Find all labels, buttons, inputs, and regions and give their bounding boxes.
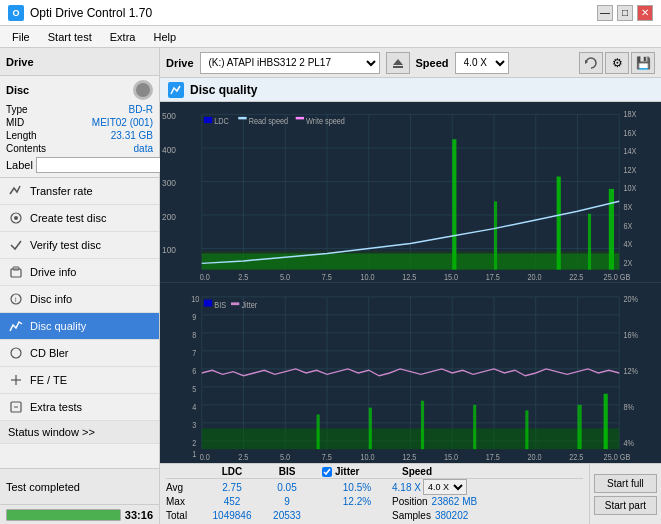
svg-text:300: 300	[162, 178, 176, 189]
speed-select[interactable]: 4.0 X	[423, 479, 467, 495]
start-part-button[interactable]: Start part	[594, 496, 657, 515]
speed-select[interactable]: 4.0 X	[455, 52, 509, 74]
max-ldc: 452	[202, 496, 262, 507]
svg-rect-67	[296, 117, 304, 119]
menu-extra[interactable]: Extra	[102, 29, 144, 45]
svg-text:6X: 6X	[623, 221, 633, 231]
settings-button[interactable]: ⚙	[605, 52, 629, 74]
drive-info-icon	[8, 264, 24, 280]
avg-bis: 0.05	[262, 482, 312, 493]
content-area: Drive (K:) ATAPI iHBS312 2 PL17 Speed 4.…	[160, 48, 661, 524]
app-title: Opti Drive Control 1.70	[30, 6, 152, 20]
sidebar-item-verify-test-disc[interactable]: Verify test disc	[0, 232, 159, 259]
svg-text:5: 5	[192, 383, 196, 394]
svg-text:8: 8	[192, 329, 196, 340]
sidebar-item-create-test-disc[interactable]: Create test disc	[0, 205, 159, 232]
col-bis-header: BIS	[262, 466, 312, 477]
svg-text:4: 4	[192, 401, 196, 412]
sidebar-item-extra-tests[interactable]: Extra tests	[0, 394, 159, 421]
samples-row: Samples 380202	[392, 510, 468, 521]
jitter-checkbox[interactable]	[322, 467, 332, 477]
position-label: Position	[392, 496, 428, 507]
save-button[interactable]: 💾	[631, 52, 655, 74]
titlebar: O Opti Drive Control 1.70 — □ ✕	[0, 0, 661, 26]
cd-bler-icon	[8, 345, 24, 361]
svg-text:18X: 18X	[623, 109, 637, 119]
svg-text:Write speed: Write speed	[306, 117, 345, 127]
sidebar-item-drive-info[interactable]: Drive info	[0, 259, 159, 286]
svg-text:12X: 12X	[623, 165, 637, 175]
main-layout: Drive Disc Type BD-R MID MEIT02 (001) Le…	[0, 48, 661, 524]
svg-text:8%: 8%	[623, 401, 634, 412]
fe-te-icon	[8, 372, 24, 388]
close-button[interactable]: ✕	[637, 5, 653, 21]
disc-contents-row: Contents data	[6, 143, 153, 154]
col-speed-label: Speed	[392, 466, 442, 477]
svg-text:20%: 20%	[623, 293, 638, 304]
sidebar-item-disc-info[interactable]: i Disc info	[0, 286, 159, 313]
chart1-svg: 500 400 300 200 100 18X 16X 14X 12X 10X …	[160, 102, 661, 282]
svg-rect-91	[317, 415, 320, 450]
svg-text:5.0: 5.0	[280, 272, 291, 282]
svg-text:25.0 GB: 25.0 GB	[604, 272, 631, 282]
total-label: Total	[166, 510, 202, 521]
minimize-button[interactable]: —	[597, 5, 613, 21]
svg-text:400: 400	[162, 144, 176, 155]
titlebar-left: O Opti Drive Control 1.70	[8, 5, 152, 21]
max-label: Max	[166, 496, 202, 507]
disc-info-icon: i	[8, 291, 24, 307]
menu-start-test[interactable]: Start test	[40, 29, 100, 45]
samples-label: Samples	[392, 510, 431, 521]
svg-text:25.0 GB: 25.0 GB	[604, 451, 631, 462]
svg-text:2.5: 2.5	[238, 451, 248, 462]
disc-icon	[133, 80, 153, 100]
svg-point-1	[14, 216, 18, 220]
status-window-item[interactable]: Status window >>	[0, 421, 159, 444]
disc-title: Disc	[6, 84, 29, 96]
samples-value: 380202	[435, 510, 468, 521]
stats-section: LDC BIS Jitter Speed Avg 2.75 0.05	[160, 464, 589, 524]
start-full-button[interactable]: Start full	[594, 474, 657, 493]
disc-length-row: Length 23.31 GB	[6, 130, 153, 141]
svg-text:12%: 12%	[623, 365, 638, 376]
eject-button[interactable]	[386, 52, 410, 74]
svg-text:10: 10	[191, 293, 199, 304]
sidebar: Drive Disc Type BD-R MID MEIT02 (001) Le…	[0, 48, 160, 524]
verify-test-disc-icon	[8, 237, 24, 253]
disc-mid-value: MEIT02 (001)	[92, 117, 153, 128]
toolbar-icons: ⚙ 💾	[579, 52, 655, 74]
jitter-label: Jitter	[335, 466, 359, 477]
stats-avg-row: Avg 2.75 0.05 10.5% 4.18 X 4.0 X	[166, 480, 583, 494]
avg-ldc: 2.75	[202, 482, 262, 493]
refresh-button[interactable]	[579, 52, 603, 74]
sidebar-item-transfer-rate[interactable]: Transfer rate	[0, 178, 159, 205]
svg-text:16X: 16X	[623, 128, 637, 138]
sidebar-item-fe-te[interactable]: FE / TE	[0, 367, 159, 394]
svg-rect-97	[604, 394, 608, 449]
disc-label-input[interactable]	[36, 157, 169, 173]
max-bis: 9	[262, 496, 312, 507]
disc-label-label: Label	[6, 159, 33, 171]
menu-help[interactable]: Help	[145, 29, 184, 45]
nav-label-cd-bler: CD Bler	[30, 347, 69, 359]
maximize-button[interactable]: □	[617, 5, 633, 21]
sidebar-item-cd-bler[interactable]: CD Bler	[0, 340, 159, 367]
nav-label-verify-test-disc: Verify test disc	[30, 239, 101, 251]
svg-text:16%: 16%	[623, 329, 638, 340]
svg-rect-124	[204, 300, 212, 307]
nav-label-disc-info: Disc info	[30, 293, 72, 305]
svg-rect-95	[525, 410, 528, 449]
sidebar-item-disc-quality[interactable]: Disc quality	[0, 313, 159, 340]
nav-label-fe-te: FE / TE	[30, 374, 67, 386]
drive-label: Drive	[6, 56, 34, 68]
disc-type-value: BD-R	[129, 104, 153, 115]
menu-file[interactable]: File	[4, 29, 38, 45]
extra-tests-icon	[8, 399, 24, 415]
max-jitter: 12.2%	[322, 496, 392, 507]
total-bis: 20533	[262, 510, 312, 521]
svg-text:12.5: 12.5	[402, 451, 416, 462]
drive-select[interactable]: (K:) ATAPI iHBS312 2 PL17	[200, 52, 380, 74]
svg-text:12.5: 12.5	[402, 272, 417, 282]
disc-mid-label: MID	[6, 117, 24, 128]
svg-text:22.5: 22.5	[569, 272, 584, 282]
